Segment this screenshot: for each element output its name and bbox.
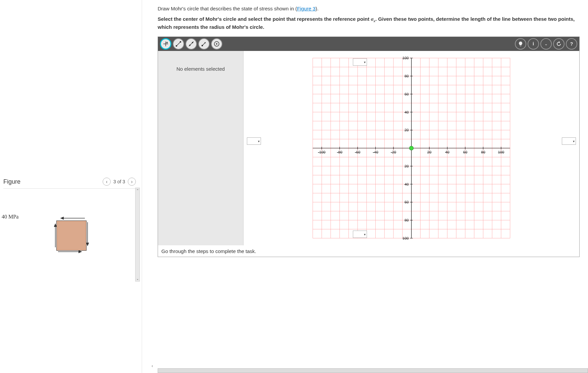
scroll-up-caret[interactable]: ⌃: [136, 189, 139, 192]
add-segment-tool[interactable]: [173, 38, 184, 50]
workspace: No elements selected -100-80-60-40-20204…: [158, 51, 579, 245]
svg-text:100: 100: [403, 56, 409, 60]
add-circle-tool[interactable]: [211, 38, 222, 50]
scroll-down-caret[interactable]: ⌄: [136, 277, 139, 281]
svg-text:100: 100: [498, 150, 504, 154]
figure-content: 40 MPa: [3, 219, 139, 252]
tool-frame: i ⌄ ? No elements selected -100-80-60-40…: [158, 37, 580, 257]
figure-next-button[interactable]: ›: [128, 178, 136, 186]
svg-text:80: 80: [405, 218, 409, 222]
dropdown-icon[interactable]: ⌄: [540, 38, 552, 50]
svg-text:-20: -20: [391, 150, 396, 154]
left-panel: Figure ‹ 3 of 3 › 40 MPa: [0, 0, 143, 373]
toolbar: i ⌄ ?: [158, 37, 579, 51]
svg-point-7: [166, 42, 168, 43]
stress-element: [55, 219, 88, 252]
hint-icon[interactable]: [515, 38, 526, 50]
svg-rect-9: [176, 45, 177, 47]
svg-text:60: 60: [463, 150, 467, 154]
svg-text:20: 20: [405, 128, 409, 132]
figure-prev-button[interactable]: ‹: [103, 178, 111, 186]
add-line-tool[interactable]: [185, 38, 197, 50]
stress-arrows: [48, 212, 95, 256]
svg-text:-100: -100: [318, 150, 325, 154]
right-tool-group: i ⌄ ?: [515, 38, 577, 50]
figure-header: Figure ‹ 3 of 3 ›: [3, 178, 139, 189]
selection-panel: No elements selected: [158, 51, 244, 245]
svg-text:-80: -80: [337, 150, 342, 154]
svg-point-18: [216, 43, 217, 45]
help-icon[interactable]: ?: [566, 38, 577, 50]
svg-text:60: 60: [405, 200, 409, 204]
svg-point-12: [189, 45, 191, 46]
svg-text:40: 40: [405, 182, 409, 186]
y-top-dropdown[interactable]: [353, 58, 367, 66]
x-right-dropdown[interactable]: [562, 137, 576, 145]
collapse-button[interactable]: ‹: [152, 364, 153, 368]
graph-area[interactable]: -100-80-60-40-20204060801001008060402020…: [244, 51, 579, 245]
add-point-tool[interactable]: [160, 38, 171, 50]
hint-bar: Go through the steps to complete the tas…: [158, 245, 579, 257]
hint-text: Go through the steps to complete the tas…: [161, 248, 256, 254]
info-icon[interactable]: i: [528, 38, 539, 50]
mohr-graph[interactable]: -100-80-60-40-20204060801001008060402020…: [246, 53, 577, 243]
figure-title: Figure: [3, 178, 20, 185]
reset-icon[interactable]: [553, 38, 565, 50]
add-vector-tool[interactable]: [198, 38, 210, 50]
svg-text:40: 40: [445, 150, 449, 154]
svg-point-13: [192, 42, 193, 43]
panel-divider: [142, 0, 142, 373]
instruction-text: Draw Mohr's circle that describes the st…: [158, 5, 580, 12]
svg-text:60: 60: [405, 92, 409, 96]
stress-magnitude-label: 40 MPa: [2, 214, 18, 220]
svg-text:80: 80: [405, 74, 409, 78]
figure-nav: ‹ 3 of 3 ›: [103, 178, 136, 186]
x-left-dropdown[interactable]: [247, 137, 261, 145]
left-tool-group: [160, 38, 222, 50]
svg-text:20: 20: [427, 150, 431, 154]
bottom-scrollbar[interactable]: [158, 368, 588, 373]
right-panel: Draw Mohr's circle that describes the st…: [143, 0, 588, 373]
svg-text:40: 40: [405, 110, 409, 114]
svg-text:80: 80: [481, 150, 485, 154]
svg-text:-60: -60: [355, 150, 360, 154]
svg-text:-40: -40: [373, 150, 378, 154]
svg-point-105: [409, 146, 413, 150]
bold-instruction: Select the center of Mohr's circle and s…: [158, 15, 580, 30]
left-scrollbar[interactable]: ⌃ ⌄: [135, 188, 140, 282]
figure-counter: 3 of 3: [113, 179, 125, 184]
figure-link[interactable]: Figure 3: [297, 6, 316, 11]
svg-text:100: 100: [403, 236, 409, 240]
selection-text: No elements selected: [176, 66, 225, 72]
y-bottom-dropdown[interactable]: [353, 231, 367, 238]
svg-rect-10: [180, 41, 181, 43]
svg-text:20: 20: [405, 164, 409, 168]
svg-rect-16: [202, 45, 203, 46]
